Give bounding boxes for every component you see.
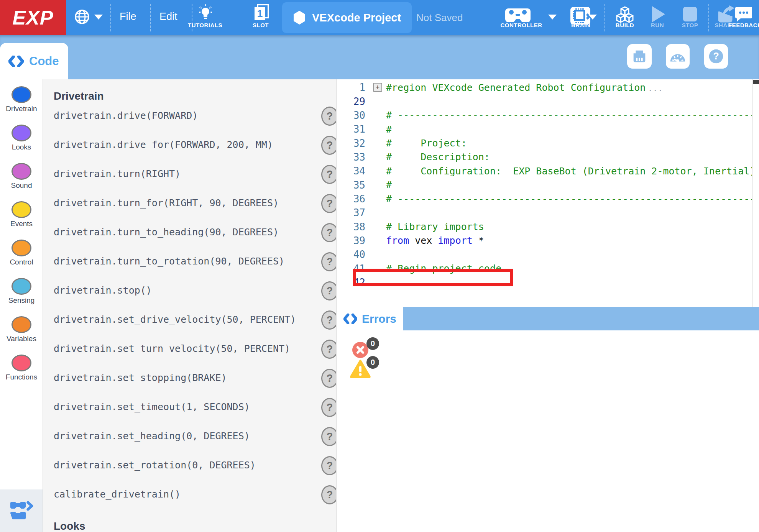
command-item[interactable]: drivetrain.turn_to_rotation(90, DEGREES) xyxy=(54,256,284,267)
device-info-button[interactable] xyxy=(627,44,652,69)
code-token: # xyxy=(386,179,392,190)
line-number: 38 xyxy=(337,221,370,233)
code-line[interactable]: 36# ------------------------------------… xyxy=(337,192,759,206)
command-item[interactable]: drivetrain.stop() xyxy=(54,285,152,296)
menu-file[interactable]: File xyxy=(120,11,136,23)
tutorials-label: TUTORIALS xyxy=(180,22,230,28)
command-help-button[interactable]: ? xyxy=(321,281,337,300)
command-item[interactable]: drivetrain.set_drive_velocity(50, PERCEN… xyxy=(54,314,296,325)
code-token: #region VEXcode Generated Robot Configur… xyxy=(386,82,646,93)
command-group-heading-next: Looks xyxy=(54,520,85,532)
controller-label: CONTROLLER xyxy=(498,22,544,28)
code-line[interactable]: 40 xyxy=(337,248,759,261)
command-help-button[interactable]: ? xyxy=(321,194,337,213)
line-number: 32 xyxy=(337,138,370,149)
control-category-icon xyxy=(12,240,31,256)
code-token: import xyxy=(438,235,472,246)
line-number: 30 xyxy=(337,110,370,121)
command-item[interactable]: drivetrain.turn(RIGHT) xyxy=(54,168,181,179)
command-help-button[interactable]: ? xyxy=(321,252,337,271)
blocks-toggle-button[interactable] xyxy=(0,489,43,532)
fold-expand-icon[interactable]: + xyxy=(373,83,382,92)
line-number: 33 xyxy=(337,151,370,163)
command-item[interactable]: drivetrain.drive(FORWARD) xyxy=(54,110,198,121)
lightbulb-icon xyxy=(198,3,213,21)
blocks-icon xyxy=(10,501,33,521)
feedback-label: FEEDBACK xyxy=(728,22,759,28)
line-number: 1 xyxy=(337,82,370,93)
errors-tab[interactable]: Errors xyxy=(337,307,403,330)
controller-caret-icon[interactable] xyxy=(548,15,557,20)
code-token: # Library imports xyxy=(386,221,484,232)
code-line[interactable]: 39from vex import * xyxy=(337,234,759,248)
sidebar-item-control[interactable]: Control xyxy=(0,240,43,266)
code-line[interactable]: 37 xyxy=(337,206,759,220)
code-line[interactable]: 30# ------------------------------------… xyxy=(337,108,759,122)
command-item[interactable]: drivetrain.drive_for(FORWARD, 200, MM) xyxy=(54,139,273,150)
code-line[interactable]: 33# Description: xyxy=(337,150,759,164)
editor-scrollbar[interactable] xyxy=(752,79,759,307)
code-tab-label: Code xyxy=(29,54,59,68)
sidebar-item-looks[interactable]: Looks xyxy=(0,125,43,151)
sidebar-item-drivetrain[interactable]: Drivetrain xyxy=(0,86,43,113)
command-item[interactable]: drivetrain.set_timeout(1, SECONDS) xyxy=(54,401,250,412)
command-help-button[interactable]: ? xyxy=(321,223,337,242)
command-item[interactable]: drivetrain.set_heading(0, DEGREES) xyxy=(54,430,250,442)
command-item[interactable]: drivetrain.turn_for(RIGHT, 90, DEGREES) xyxy=(54,197,279,209)
code-line[interactable]: 38# Library imports xyxy=(337,220,759,233)
save-status: Not Saved xyxy=(416,0,474,35)
project-name: VEXcode Project xyxy=(312,11,401,24)
command-help-button[interactable]: ? xyxy=(321,340,337,359)
command-item[interactable]: drivetrain.set_stopping(BRAKE) xyxy=(54,372,227,383)
code-line[interactable]: 35# xyxy=(337,178,759,192)
line-number: 37 xyxy=(337,207,370,218)
command-list-panel: Drivetrain drivetrain.drive(FORWARD)?dri… xyxy=(43,79,337,532)
code-line[interactable]: 29 xyxy=(337,94,759,108)
command-help-button[interactable]: ? xyxy=(321,136,337,155)
command-help-button[interactable]: ? xyxy=(321,165,337,184)
svg-text:1: 1 xyxy=(257,8,263,19)
sidebar-item-variables[interactable]: Variables xyxy=(0,316,43,343)
command-group-heading: Drivetrain xyxy=(54,90,104,102)
sidebar-item-sound[interactable]: Sound xyxy=(0,163,43,190)
command-help-button[interactable]: ? xyxy=(321,107,337,126)
help-button-top[interactable]: ? xyxy=(704,44,728,69)
dashboard-button[interactable] xyxy=(666,44,690,69)
command-help-button[interactable]: ? xyxy=(321,369,337,388)
sidebar-item-label: Control xyxy=(0,258,43,266)
menu-edit[interactable]: Edit xyxy=(159,11,177,23)
code-line[interactable]: 31# xyxy=(337,122,759,136)
command-help-button[interactable]: ? xyxy=(321,310,337,330)
sidebar-item-label: Drivetrain xyxy=(0,105,43,113)
command-item[interactable]: drivetrain.turn_to_heading(90, DEGREES) xyxy=(54,227,279,238)
command-item[interactable]: drivetrain.set_rotation(0, DEGREES) xyxy=(54,460,256,471)
code-brackets-icon xyxy=(8,56,24,67)
sidebar-item-label: Events xyxy=(0,220,43,228)
code-line[interactable]: 34# Configuration: EXP BaseBot (Drivetra… xyxy=(337,164,759,178)
command-item[interactable]: calibrate_drivetrain() xyxy=(54,489,181,500)
error-count-icon xyxy=(352,342,368,358)
sidebar-item-label: Sensing xyxy=(0,296,43,305)
brain-caret-icon[interactable] xyxy=(588,15,597,20)
project-name-button[interactable]: VEXcode Project xyxy=(282,2,412,33)
code-line[interactable]: 32# Project: xyxy=(337,136,759,150)
globe-caret-icon[interactable] xyxy=(94,15,103,20)
run-icon xyxy=(651,5,666,23)
code-line[interactable]: 1+#region VEXcode Generated Robot Config… xyxy=(337,80,759,94)
gauge-icon xyxy=(669,48,687,65)
code-tab[interactable]: Code xyxy=(0,43,68,79)
svg-text:?: ? xyxy=(713,51,719,61)
sidebar-item-sensing[interactable]: Sensing xyxy=(0,278,43,305)
command-item[interactable]: drivetrain.set_turn_velocity(50, PERCENT… xyxy=(54,343,290,354)
command-help-button[interactable]: ? xyxy=(321,485,337,504)
folded-code-ellipsis[interactable]: ... xyxy=(648,84,663,93)
sidebar-item-events[interactable]: Events xyxy=(0,201,43,228)
command-help-button[interactable]: ? xyxy=(321,398,337,417)
language-globe-button[interactable] xyxy=(74,8,90,27)
scrollbar-thumb[interactable] xyxy=(753,80,759,84)
command-help-button[interactable]: ? xyxy=(321,427,337,446)
command-help-button[interactable]: ? xyxy=(321,456,337,475)
line-number: 35 xyxy=(337,179,370,191)
sidebar-item-functions[interactable]: Functions xyxy=(0,355,43,381)
sidebar-item-label: Variables xyxy=(0,335,43,343)
